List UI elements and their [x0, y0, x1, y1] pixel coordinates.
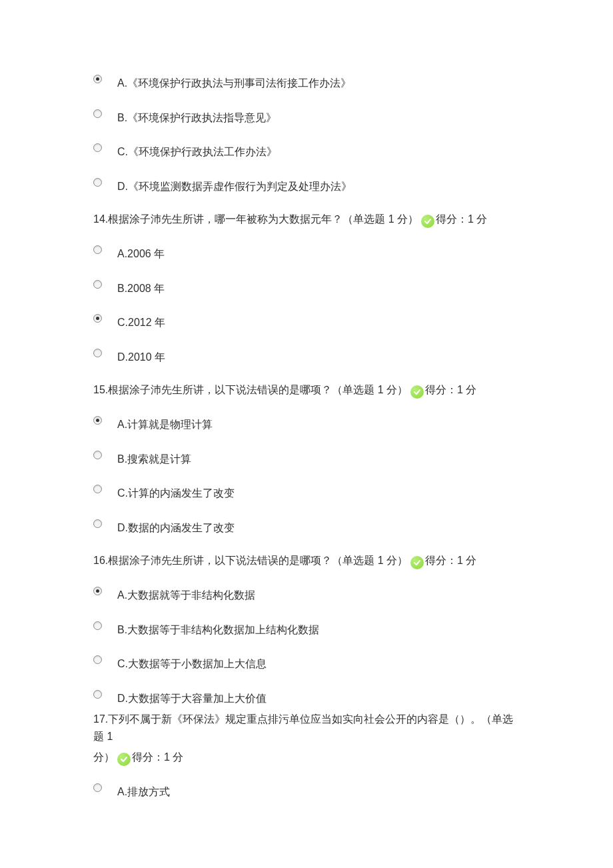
option-label: B.2008 年: [117, 279, 165, 297]
check-correct-icon: [421, 215, 434, 228]
question-stem-line: 17.下列不属于新《环保法》规定重点排污单位应当如实向社会公开的内容是（）。（单…: [93, 711, 520, 745]
option-row[interactable]: A.《环境保护行政执法与刑事司法衔接工作办法》: [93, 73, 520, 92]
option-row[interactable]: D.大数据等于大容量加上大价值: [93, 689, 520, 707]
option-row[interactable]: B.大数据等于非结构化数据加上结构化数据: [93, 620, 520, 639]
question-stem-line: 14.根据涂子沛先生所讲，哪一年被称为大数据元年？（单选题 1 分） 得分：1 …: [93, 211, 520, 228]
option-row[interactable]: C.大数据等于小数据加上大信息: [93, 654, 520, 673]
question-stem: 14.根据涂子沛先生所讲，哪一年被称为大数据元年？（单选题 1 分）: [93, 211, 418, 228]
score-text: 得分：1 分: [425, 381, 476, 399]
radio-wrap: [93, 142, 117, 152]
question-stem-line: 15.根据涂子沛先生所讲，以下说法错误的是哪项？（单选题 1 分） 得分：1 分: [93, 381, 520, 399]
question-stem: 15.根据涂子沛先生所讲，以下说法错误的是哪项？（单选题 1 分）: [93, 381, 408, 399]
question-16: 16.根据涂子沛先生所讲，以下说法错误的是哪项？（单选题 1 分） 得分：1 分…: [93, 552, 520, 707]
question-14: 14.根据涂子沛先生所讲，哪一年被称为大数据元年？（单选题 1 分） 得分：1 …: [93, 211, 520, 365]
option-label: A.计算就是物理计算: [117, 415, 213, 433]
option-row[interactable]: C.计算的内涵发生了改变: [93, 483, 520, 502]
score-text: 得分：1 分: [425, 552, 476, 569]
check-correct-icon: [410, 385, 424, 399]
option-row[interactable]: C.2012 年: [93, 313, 520, 331]
radio-unselected-icon[interactable]: [93, 109, 102, 118]
option-row[interactable]: B.《环境保护行政执法指导意见》: [93, 108, 520, 127]
radio-selected-icon[interactable]: [93, 314, 102, 323]
radio-unselected-icon[interactable]: [93, 349, 102, 357]
option-label: C.计算的内涵发生了改变: [117, 483, 235, 502]
option-label: D.大数据等于大容量加上大价值: [117, 689, 267, 707]
option-label: A.大数据就等于非结构化数据: [117, 585, 255, 604]
radio-unselected-icon[interactable]: [93, 655, 102, 664]
radio-selected-icon[interactable]: [93, 416, 102, 425]
option-label: B.大数据等于非结构化数据加上结构化数据: [117, 620, 319, 639]
question-stem: 16.根据涂子沛先生所讲，以下说法错误的是哪项？（单选题 1 分）: [93, 552, 408, 569]
radio-unselected-icon[interactable]: [93, 690, 102, 699]
option-label: B.《环境保护行政执法指导意见》: [117, 108, 277, 127]
option-row[interactable]: A.大数据就等于非结构化数据: [93, 585, 520, 604]
option-row[interactable]: A.排放方式: [93, 782, 520, 801]
score-text: 得分：1 分: [132, 749, 183, 766]
question-stem-line-2: 分） 得分：1 分: [93, 749, 520, 766]
option-row[interactable]: D.2010 年: [93, 347, 520, 366]
option-label: C.2012 年: [117, 313, 165, 331]
score-text: 得分：1 分: [436, 211, 487, 228]
radio-unselected-icon[interactable]: [93, 519, 102, 528]
question-stem-tail: 分）: [93, 749, 115, 766]
radio-unselected-icon[interactable]: [93, 280, 102, 289]
radio-wrap: [93, 177, 117, 187]
option-label: A.《环境保护行政执法与刑事司法衔接工作办法》: [117, 73, 351, 92]
option-row[interactable]: B.搜索就是计算: [93, 449, 520, 468]
radio-unselected-icon[interactable]: [93, 178, 102, 187]
option-label: A.排放方式: [117, 782, 170, 801]
option-label: D.《环境监测数据弄虚作假行为判定及处理办法》: [117, 177, 352, 195]
option-label: B.搜索就是计算: [117, 449, 191, 468]
question-13-options: A.《环境保护行政执法与刑事司法衔接工作办法》 B.《环境保护行政执法指导意见》…: [93, 73, 520, 195]
question-stem: 17.下列不属于新《环保法》规定重点排污单位应当如实向社会公开的内容是（）。（单…: [93, 711, 520, 745]
option-row[interactable]: D.《环境监测数据弄虚作假行为判定及处理办法》: [93, 177, 520, 195]
option-row[interactable]: B.2008 年: [93, 279, 520, 297]
question-15: 15.根据涂子沛先生所讲，以下说法错误的是哪项？（单选题 1 分） 得分：1 分…: [93, 381, 520, 536]
check-correct-icon: [117, 753, 131, 766]
option-label: D.数据的内涵发生了改变: [117, 518, 235, 537]
radio-selected-icon[interactable]: [93, 587, 102, 595]
option-label: D.2010 年: [117, 347, 165, 366]
option-row[interactable]: A.计算就是物理计算: [93, 415, 520, 433]
option-label: A.2006 年: [117, 244, 165, 263]
option-row[interactable]: A.2006 年: [93, 244, 520, 263]
option-row[interactable]: C.《环境保护行政执法工作办法》: [93, 142, 520, 161]
radio-wrap: [93, 73, 117, 83]
question-17: 17.下列不属于新《环保法》规定重点排污单位应当如实向社会公开的内容是（）。（单…: [93, 711, 520, 800]
option-label: C.大数据等于小数据加上大信息: [117, 654, 267, 673]
radio-unselected-icon[interactable]: [93, 621, 102, 630]
radio-unselected-icon[interactable]: [93, 143, 102, 152]
check-correct-icon: [410, 556, 424, 569]
radio-unselected-icon[interactable]: [93, 245, 102, 254]
option-label: C.《环境保护行政执法工作办法》: [117, 142, 277, 161]
option-row[interactable]: D.数据的内涵发生了改变: [93, 518, 520, 537]
radio-selected-icon[interactable]: [93, 75, 102, 83]
radio-unselected-icon[interactable]: [93, 783, 102, 792]
radio-unselected-icon[interactable]: [93, 451, 102, 459]
radio-unselected-icon[interactable]: [93, 485, 102, 493]
question-stem-line: 16.根据涂子沛先生所讲，以下说法错误的是哪项？（单选题 1 分） 得分：1 分: [93, 552, 520, 569]
radio-wrap: [93, 108, 117, 118]
